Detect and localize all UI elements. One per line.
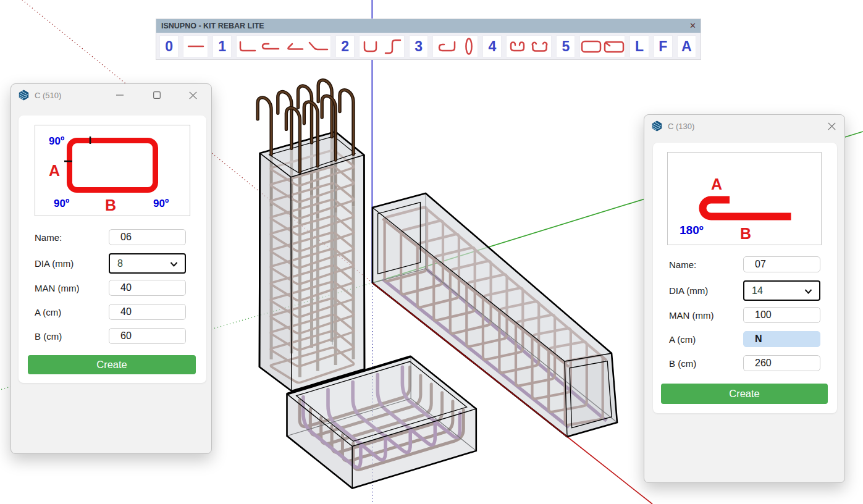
svg-text:90º: 90º [54, 198, 69, 209]
svg-text:B: B [105, 196, 116, 214]
svg-text:180º: 180º [680, 224, 704, 237]
svg-text:90º: 90º [49, 135, 64, 147]
svg-text:B: B [740, 225, 751, 242]
svg-text:90º: 90º [153, 198, 169, 209]
svg-text:A: A [711, 175, 722, 193]
svg-text:A: A [49, 162, 60, 179]
